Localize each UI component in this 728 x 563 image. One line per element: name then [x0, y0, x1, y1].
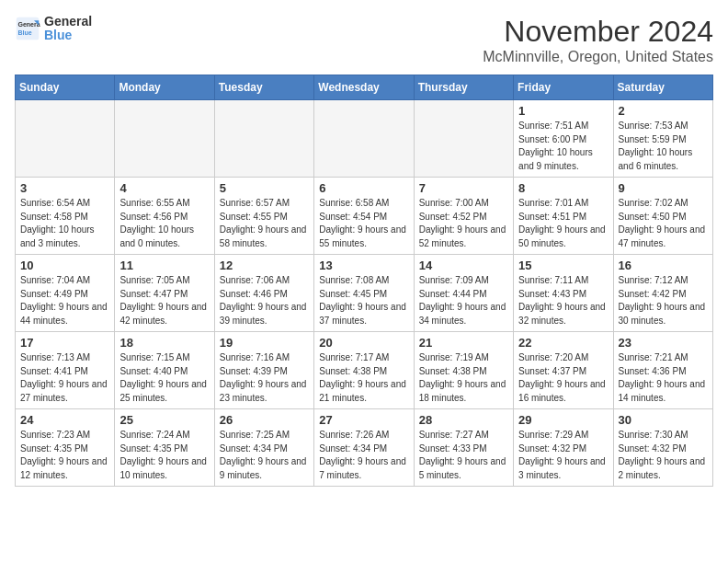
- day-info: Sunrise: 7:29 AM Sunset: 4:32 PM Dayligh…: [518, 429, 608, 482]
- calendar-cell: [16, 100, 115, 178]
- calendar-cell: 20Sunrise: 7:17 AM Sunset: 4:38 PM Dayli…: [314, 332, 414, 409]
- day-number: 6: [319, 181, 408, 195]
- calendar-cell: 5Sunrise: 6:57 AM Sunset: 4:55 PM Daylig…: [214, 178, 313, 255]
- day-info: Sunrise: 7:13 AM Sunset: 4:41 PM Dayligh…: [20, 351, 109, 405]
- calendar-cell: 7Sunrise: 7:00 AM Sunset: 4:52 PM Daylig…: [414, 178, 513, 255]
- location-subtitle: McMinnville, Oregon, United States: [483, 49, 713, 65]
- day-number: 10: [20, 259, 109, 272]
- day-number: 18: [119, 336, 209, 350]
- calendar-cell: 6Sunrise: 6:58 AM Sunset: 4:54 PM Daylig…: [314, 178, 414, 255]
- calendar-cell: 23Sunrise: 7:21 AM Sunset: 4:36 PM Dayli…: [613, 332, 712, 409]
- header-day-friday: Friday: [514, 75, 613, 100]
- day-number: 11: [119, 259, 209, 272]
- header-day-tuesday: Tuesday: [214, 75, 313, 100]
- calendar-cell: 16Sunrise: 7:12 AM Sunset: 4:42 PM Dayli…: [613, 255, 712, 332]
- day-number: 21: [419, 336, 508, 350]
- calendar-cell: 25Sunrise: 7:24 AM Sunset: 4:35 PM Dayli…: [115, 409, 214, 487]
- calendar-cell: 29Sunrise: 7:29 AM Sunset: 4:32 PM Dayli…: [514, 409, 613, 487]
- calendar-cell: 10Sunrise: 7:04 AM Sunset: 4:49 PM Dayli…: [16, 255, 115, 332]
- day-info: Sunrise: 6:58 AM Sunset: 4:54 PM Dayligh…: [319, 197, 408, 250]
- logo: General Blue General Blue: [15, 15, 92, 43]
- day-number: 3: [20, 181, 109, 195]
- day-number: 24: [20, 413, 109, 427]
- svg-text:Blue: Blue: [18, 29, 32, 36]
- day-info: Sunrise: 7:51 AM Sunset: 6:00 PM Dayligh…: [518, 120, 608, 173]
- calendar-cell: 24Sunrise: 7:23 AM Sunset: 4:35 PM Dayli…: [16, 409, 115, 487]
- day-number: 29: [518, 413, 608, 427]
- day-number: 30: [619, 413, 708, 427]
- day-info: Sunrise: 7:23 AM Sunset: 4:35 PM Dayligh…: [20, 429, 109, 482]
- calendar-week-0: 1Sunrise: 7:51 AM Sunset: 6:00 PM Daylig…: [16, 100, 713, 178]
- day-info: Sunrise: 7:12 AM Sunset: 4:42 PM Dayligh…: [619, 274, 708, 327]
- day-info: Sunrise: 7:15 AM Sunset: 4:40 PM Dayligh…: [119, 351, 209, 405]
- logo-blue-text: Blue: [44, 29, 92, 42]
- day-number: 8: [518, 181, 608, 195]
- calendar-cell: 17Sunrise: 7:13 AM Sunset: 4:41 PM Dayli…: [16, 332, 115, 409]
- day-info: Sunrise: 7:17 AM Sunset: 4:38 PM Dayligh…: [319, 351, 408, 405]
- day-info: Sunrise: 7:16 AM Sunset: 4:39 PM Dayligh…: [220, 351, 309, 405]
- calendar-cell: [115, 100, 214, 178]
- calendar-cell: 8Sunrise: 7:01 AM Sunset: 4:51 PM Daylig…: [514, 178, 613, 255]
- day-number: 19: [220, 336, 309, 350]
- day-info: Sunrise: 7:26 AM Sunset: 4:34 PM Dayligh…: [319, 429, 408, 482]
- day-info: Sunrise: 7:21 AM Sunset: 4:36 PM Dayligh…: [619, 351, 708, 405]
- day-info: Sunrise: 7:20 AM Sunset: 4:37 PM Dayligh…: [518, 351, 608, 405]
- day-info: Sunrise: 7:02 AM Sunset: 4:50 PM Dayligh…: [619, 197, 708, 250]
- day-number: 15: [518, 259, 608, 272]
- calendar-table: SundayMondayTuesdayWednesdayThursdayFrid…: [15, 75, 713, 487]
- day-info: Sunrise: 7:53 AM Sunset: 5:59 PM Dayligh…: [619, 120, 708, 173]
- day-number: 2: [619, 104, 708, 118]
- day-number: 23: [619, 336, 708, 350]
- header-day-thursday: Thursday: [414, 75, 513, 100]
- calendar-cell: 12Sunrise: 7:06 AM Sunset: 4:46 PM Dayli…: [214, 255, 313, 332]
- day-info: Sunrise: 7:00 AM Sunset: 4:52 PM Dayligh…: [419, 197, 508, 250]
- calendar-cell: 27Sunrise: 7:26 AM Sunset: 4:34 PM Dayli…: [314, 409, 414, 487]
- day-info: Sunrise: 7:19 AM Sunset: 4:38 PM Dayligh…: [419, 351, 508, 405]
- calendar-cell: 21Sunrise: 7:19 AM Sunset: 4:38 PM Dayli…: [414, 332, 513, 409]
- calendar-cell: 3Sunrise: 6:54 AM Sunset: 4:58 PM Daylig…: [16, 178, 115, 255]
- day-number: 12: [220, 259, 309, 272]
- calendar-header: SundayMondayTuesdayWednesdayThursdayFrid…: [16, 75, 713, 100]
- calendar-cell: 9Sunrise: 7:02 AM Sunset: 4:50 PM Daylig…: [613, 178, 712, 255]
- calendar-cell: [214, 100, 313, 178]
- header-day-sunday: Sunday: [16, 75, 115, 100]
- day-number: 1: [518, 104, 608, 118]
- header-day-wednesday: Wednesday: [314, 75, 414, 100]
- calendar-cell: 30Sunrise: 7:30 AM Sunset: 4:32 PM Dayli…: [613, 409, 712, 487]
- day-number: 22: [518, 336, 608, 350]
- calendar-cell: 2Sunrise: 7:53 AM Sunset: 5:59 PM Daylig…: [613, 100, 712, 178]
- header-row: SundayMondayTuesdayWednesdayThursdayFrid…: [16, 75, 713, 100]
- calendar-cell: 15Sunrise: 7:11 AM Sunset: 4:43 PM Dayli…: [514, 255, 613, 332]
- calendar-cell: 1Sunrise: 7:51 AM Sunset: 6:00 PM Daylig…: [514, 100, 613, 178]
- calendar-cell: [414, 100, 513, 178]
- day-number: 13: [319, 259, 408, 272]
- day-info: Sunrise: 7:05 AM Sunset: 4:47 PM Dayligh…: [119, 274, 209, 327]
- day-info: Sunrise: 7:25 AM Sunset: 4:34 PM Dayligh…: [220, 429, 309, 482]
- day-number: 17: [20, 336, 109, 350]
- calendar-cell: 19Sunrise: 7:16 AM Sunset: 4:39 PM Dayli…: [214, 332, 313, 409]
- month-year-title: November 2024: [483, 15, 713, 49]
- page-header: General Blue General Blue November 2024 …: [15, 15, 713, 65]
- day-number: 28: [419, 413, 508, 427]
- day-info: Sunrise: 7:06 AM Sunset: 4:46 PM Dayligh…: [220, 274, 309, 327]
- day-info: Sunrise: 7:08 AM Sunset: 4:45 PM Dayligh…: [319, 274, 408, 327]
- calendar-body: 1Sunrise: 7:51 AM Sunset: 6:00 PM Daylig…: [16, 100, 713, 487]
- title-section: November 2024 McMinnville, Oregon, Unite…: [483, 15, 713, 65]
- day-info: Sunrise: 7:27 AM Sunset: 4:33 PM Dayligh…: [419, 429, 508, 482]
- calendar-cell: 4Sunrise: 6:55 AM Sunset: 4:56 PM Daylig…: [115, 178, 214, 255]
- calendar-cell: 11Sunrise: 7:05 AM Sunset: 4:47 PM Dayli…: [115, 255, 214, 332]
- logo-text: General Blue: [44, 15, 92, 43]
- calendar-week-4: 24Sunrise: 7:23 AM Sunset: 4:35 PM Dayli…: [16, 409, 713, 487]
- calendar-cell: 26Sunrise: 7:25 AM Sunset: 4:34 PM Dayli…: [214, 409, 313, 487]
- day-number: 27: [319, 413, 408, 427]
- day-info: Sunrise: 7:04 AM Sunset: 4:49 PM Dayligh…: [20, 274, 109, 327]
- calendar-cell: 28Sunrise: 7:27 AM Sunset: 4:33 PM Dayli…: [414, 409, 513, 487]
- header-day-monday: Monday: [115, 75, 214, 100]
- day-number: 5: [220, 181, 309, 195]
- day-number: 7: [419, 181, 508, 195]
- day-info: Sunrise: 7:01 AM Sunset: 4:51 PM Dayligh…: [518, 197, 608, 250]
- calendar-cell: 14Sunrise: 7:09 AM Sunset: 4:44 PM Dayli…: [414, 255, 513, 332]
- day-info: Sunrise: 6:55 AM Sunset: 4:56 PM Dayligh…: [119, 197, 209, 250]
- calendar-cell: [314, 100, 414, 178]
- day-info: Sunrise: 7:30 AM Sunset: 4:32 PM Dayligh…: [619, 429, 708, 482]
